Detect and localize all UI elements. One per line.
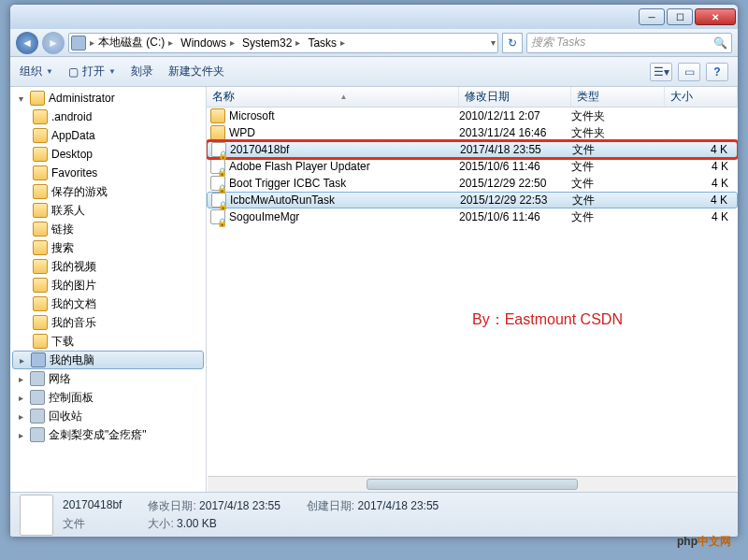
file-date: 2010/12/11 2:07 (459, 109, 571, 122)
toolbar-burn[interactable]: 刻录 (131, 64, 153, 79)
maximize-button[interactable]: ☐ (667, 8, 693, 25)
size-value: 3.00 KB (177, 517, 217, 530)
file-row[interactable]: Boot Trigger ICBC Task2015/12/29 22:50文件… (207, 175, 738, 192)
file-row[interactable]: Microsoft2010/12/11 2:07文件夹 (207, 108, 738, 124)
generic-icon (30, 371, 45, 386)
crumb-system32[interactable]: System32▸ (238, 36, 304, 50)
tree-item[interactable]: ▸回收站 (10, 407, 206, 425)
horizontal-scrollbar[interactable] (208, 476, 737, 492)
crumb-windows[interactable]: Windows▸ (177, 36, 238, 50)
details-filetype: 文件 (63, 516, 122, 532)
nav-back-button[interactable]: ◄ (16, 32, 38, 54)
size-label: 大小: (148, 517, 173, 530)
file-size: 4 K (665, 160, 738, 173)
view-options-button[interactable]: ☰▾ (650, 63, 672, 81)
tree-item[interactable]: 我的视频 (10, 257, 206, 276)
toolbar-open[interactable]: ▢打开▼ (68, 64, 116, 79)
file-icon (210, 209, 225, 224)
minimize-button[interactable]: ─ (639, 8, 665, 25)
file-row[interactable]: IcbcMwAutoRunTask2015/12/29 22:53文件4 K (207, 192, 738, 208)
tree-item[interactable]: 链接 (10, 220, 206, 238)
toolbar: 组织▼ ▢打开▼ 刻录 新建文件夹 ☰▾ ▭ ? (10, 57, 738, 87)
nav-forward-button[interactable]: ► (42, 32, 65, 54)
file-rows[interactable]: Microsoft2010/12/11 2:07文件夹WPD2013/11/24… (207, 108, 738, 476)
titlebar: ─ ☐ ✕ (10, 5, 738, 29)
file-icon (210, 176, 225, 191)
file-icon (211, 193, 226, 208)
close-button[interactable]: ✕ (695, 8, 736, 25)
file-row[interactable]: WPD2013/11/24 16:46文件夹 (207, 124, 738, 141)
file-name: Microsoft (229, 109, 275, 122)
toolbar-organize[interactable]: 组织▼ (20, 64, 53, 79)
tree-item[interactable]: 联系人 (10, 201, 206, 220)
file-date: 2015/10/6 11:46 (459, 160, 571, 173)
mod-date-value: 2017/4/18 23:55 (199, 499, 280, 512)
col-name[interactable]: 名称▲ (207, 87, 459, 107)
crumb-drive[interactable]: 本地磁盘 (C:)▸ (94, 35, 177, 50)
tree-item[interactable]: Desktop (10, 145, 206, 164)
tree-item-label: 控制面板 (49, 390, 94, 406)
file-name: Adobe Flash Player Updater (229, 160, 370, 173)
tree-item[interactable]: 下载 (10, 332, 206, 351)
folder-icon (33, 165, 48, 180)
tree-item[interactable]: Favorites (10, 164, 206, 182)
create-date-value: 2017/4/18 23:55 (358, 499, 439, 512)
help-button[interactable]: ? (706, 63, 728, 81)
breadcrumb-dropdown[interactable]: ▾ (491, 37, 496, 48)
tree-item-label: 下载 (51, 334, 74, 350)
file-icon (20, 495, 53, 536)
col-date[interactable]: 修改日期 (459, 87, 571, 107)
search-input[interactable]: 搜索 Tasks 🔍 (526, 33, 732, 53)
scrollbar-thumb[interactable] (367, 479, 578, 490)
folder-icon (33, 203, 48, 218)
tree-item-label: 金刺梨变成"金疙瘩" (49, 427, 147, 443)
file-row[interactable]: Adobe Flash Player Updater2015/10/6 11:4… (207, 158, 738, 175)
tree-item[interactable]: 我的音乐 (10, 313, 206, 332)
file-name: Boot Trigger ICBC Task (229, 177, 346, 190)
breadcrumb[interactable]: ▸ 本地磁盘 (C:)▸ Windows▸ System32▸ Tasks▸ ▾ (68, 33, 498, 53)
folder-icon (33, 128, 48, 143)
tree-item-label: 链接 (51, 222, 74, 237)
tree-item-label: 我的文档 (51, 296, 96, 312)
file-date: 2013/11/24 16:46 (459, 126, 571, 139)
file-date: 2015/12/29 22:53 (460, 194, 572, 207)
tree-item-label: 网络 (49, 371, 71, 387)
nav-tree[interactable]: ▾Administrator .androidAppDataDesktopFav… (10, 87, 207, 492)
file-date: 2015/12/29 22:50 (459, 177, 571, 190)
generic-icon (30, 390, 45, 405)
folder-icon (30, 91, 45, 106)
toolbar-newfolder[interactable]: 新建文件夹 (168, 64, 224, 79)
folder-icon (33, 278, 48, 293)
preview-pane-button[interactable]: ▭ (678, 63, 700, 81)
folder-icon (210, 108, 225, 123)
tree-my-computer[interactable]: ▸我的电脑 (12, 351, 204, 369)
tree-item-label: .android (51, 110, 92, 123)
tree-item[interactable]: 我的图片 (10, 276, 206, 294)
tree-item-label: 搜索 (51, 240, 74, 256)
tree-item[interactable]: AppData (10, 126, 206, 145)
tree-item[interactable]: 我的文档 (10, 294, 206, 313)
folder-icon (33, 296, 48, 311)
tree-item[interactable]: 保存的游戏 (10, 182, 206, 201)
file-row[interactable]: SogouImeMgr2015/10/6 11:46文件4 K (207, 208, 738, 225)
file-row[interactable]: 20170418bf2017/4/18 23:55文件4 K (207, 141, 738, 158)
col-type[interactable]: 类型 (571, 87, 665, 107)
tree-item[interactable]: ▸网络 (10, 369, 206, 388)
computer-icon (31, 352, 46, 367)
column-headers[interactable]: 名称▲ 修改日期 类型 大小 (207, 87, 738, 108)
tree-item[interactable]: .android (10, 108, 206, 126)
tree-item[interactable]: ▸控制面板 (10, 388, 206, 407)
tree-item[interactable]: ▸金刺梨变成"金疙瘩" (10, 425, 206, 444)
tree-item-label: 联系人 (51, 203, 85, 219)
crumb-tasks[interactable]: Tasks▸ (304, 36, 349, 50)
file-size: 4 K (666, 194, 737, 207)
file-type: 文件 (571, 209, 665, 225)
tree-item[interactable]: 搜索 (10, 238, 206, 257)
col-size[interactable]: 大小 (665, 87, 738, 107)
explorer-window: ─ ☐ ✕ ◄ ► ▸ 本地磁盘 (C:)▸ Windows▸ System32… (9, 4, 739, 538)
content-body: ▾Administrator .androidAppDataDesktopFav… (10, 87, 738, 492)
file-date: 2017/4/18 23:55 (460, 143, 572, 156)
file-icon (210, 159, 225, 174)
refresh-button[interactable]: ↻ (502, 33, 523, 53)
tree-administrator[interactable]: ▾Administrator (10, 89, 206, 108)
